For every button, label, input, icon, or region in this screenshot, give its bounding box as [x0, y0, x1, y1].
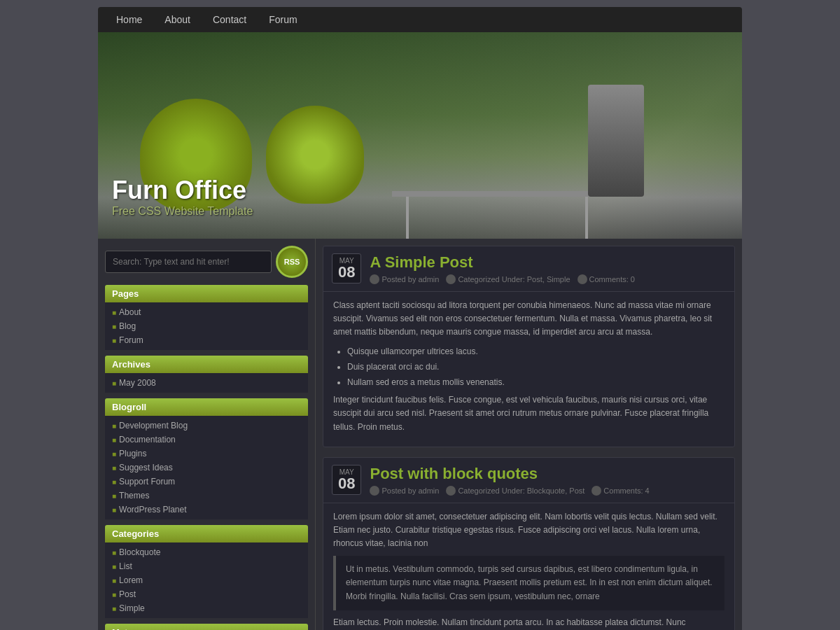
- search-input[interactable]: [105, 251, 272, 273]
- list-item: ■Documentation: [105, 433, 308, 447]
- list-item: Nullam sed eros a metus mollis venenatis…: [347, 376, 724, 389]
- desk-decoration: [392, 191, 602, 197]
- search-wrap: RSS: [105, 246, 308, 278]
- nav-contact[interactable]: Contact: [202, 7, 258, 32]
- tag-icon: [446, 274, 456, 284]
- hero-subtitle: Free CSS Website Template: [112, 205, 253, 218]
- list-item: ■May 2008: [105, 376, 308, 390]
- categories-header: Categories: [105, 525, 308, 542]
- rss-badge[interactable]: RSS: [276, 246, 308, 278]
- list-item: ■WordPress Planet: [105, 503, 308, 517]
- categories-section: Categories ■Blockquote ■List ■Lorem ■Pos…: [105, 525, 308, 618]
- nav-forum[interactable]: Forum: [258, 7, 308, 32]
- archives-list: ■May 2008: [105, 373, 308, 393]
- list-item: Quisque ullamcorper ultrices lacus.: [347, 345, 724, 358]
- categories-list: ■Blockquote ■List ■Lorem ■Post ■Simple: [105, 542, 308, 618]
- list-item: ■Themes: [105, 489, 308, 503]
- list-item: Duis placerat orci ac dui.: [347, 360, 724, 374]
- post-header: MAY 08 A Simple Post Posted by admin: [323, 246, 734, 292]
- post-block: MAY 08 Post with block quotes Posted by …: [323, 457, 735, 630]
- sidebar: RSS Pages ■About ■Blog ■Forum: [98, 239, 315, 630]
- post-outro-text: Integer tincidunt faucibus felis. Fusce …: [333, 393, 724, 434]
- list-item: ■About: [105, 305, 308, 319]
- blogroll-list: ■Development Blog ■Documentation ■Plugin…: [105, 416, 308, 519]
- blogroll-section: Blogroll ■Development Blog ■Documentatio…: [105, 398, 308, 519]
- post-body: Class aptent taciti sociosqu ad litora t…: [323, 292, 734, 447]
- blogroll-header: Blogroll: [105, 398, 308, 416]
- post-title-wrap: A Simple Post Posted by admin Categorize…: [370, 253, 726, 284]
- author-icon: [370, 486, 379, 496]
- post-author: Posted by admin: [370, 486, 439, 496]
- archives-header: Archives: [105, 356, 308, 373]
- post-title[interactable]: A Simple Post: [370, 253, 726, 272]
- monitor-decoration: [588, 85, 644, 197]
- post-date: MAY 08: [332, 253, 361, 284]
- list-item: ■Post: [105, 587, 308, 601]
- post-body: Lorem ipsum dolor sit amet, consectetuer…: [323, 503, 734, 630]
- archives-section: Archives ■May 2008: [105, 356, 308, 393]
- author-icon: [370, 274, 379, 284]
- pages-header: Pages: [105, 285, 308, 302]
- hero-banner: Furn Office Free CSS Website Template: [98, 32, 742, 239]
- meta-header: Meta: [105, 624, 308, 630]
- list-item: ■Lorem: [105, 573, 308, 587]
- hero-title: Furn Office: [112, 176, 253, 205]
- post-title[interactable]: Post with block quotes: [370, 465, 726, 483]
- post-comments: Comments: 0: [578, 274, 635, 284]
- list-item: ■Support Forum: [105, 475, 308, 489]
- list-item: ■Forum: [105, 333, 308, 347]
- post-date: MAY 08: [332, 465, 361, 495]
- meta-section: Meta ■Log in ■Entries RSS ■Comments RSS …: [105, 624, 308, 630]
- post-comments: Comments: 4: [592, 486, 649, 496]
- main-content: MAY 08 A Simple Post Posted by admin: [315, 239, 742, 630]
- pages-section: Pages ■About ■Blog ■Forum: [105, 285, 308, 350]
- post-author: Posted by admin: [370, 274, 439, 284]
- post-intro-text: Class aptent taciti sociosqu ad litora t…: [333, 299, 724, 340]
- post-list: Quisque ullamcorper ultrices lacus. Duis…: [347, 345, 724, 390]
- nav-home[interactable]: Home: [105, 7, 153, 32]
- post-header: MAY 08 Post with block quotes Posted by …: [323, 458, 734, 503]
- comment-icon: [578, 274, 587, 284]
- list-item: ■List: [105, 559, 308, 573]
- pages-list: ■About ■Blog ■Forum: [105, 302, 308, 350]
- list-item: ■Development Blog: [105, 419, 308, 433]
- list-item: ■Suggest Ideas: [105, 461, 308, 475]
- post-block: MAY 08 A Simple Post Posted by admin: [323, 246, 735, 447]
- chair-right-decoration: [266, 106, 364, 204]
- post-blockquote: Ut in metus. Vestibulum commodo, turpis …: [333, 556, 724, 610]
- list-item: ■Simple: [105, 601, 308, 615]
- tag-icon: [446, 486, 456, 496]
- list-item: ■Blog: [105, 319, 308, 333]
- post-meta: Posted by admin Categorized Under: Block…: [370, 486, 726, 496]
- list-item: ■Plugins: [105, 447, 308, 461]
- nav-about[interactable]: About: [153, 7, 202, 32]
- post-categories: Categorized Under: Blockquote, Post: [446, 486, 584, 496]
- post-outro-text: Etiam lectus. Proin molestie. Nullam tin…: [333, 616, 724, 630]
- comment-icon: [592, 486, 601, 496]
- post-title-wrap: Post with block quotes Posted by admin C…: [370, 465, 726, 496]
- post-intro-text: Lorem ipsum dolor sit amet, consectetuer…: [333, 510, 724, 551]
- post-categories: Categorized Under: Post, Simple: [446, 274, 570, 284]
- list-item: ■Blockquote: [105, 545, 308, 559]
- post-meta: Posted by admin Categorized Under: Post,…: [370, 274, 726, 284]
